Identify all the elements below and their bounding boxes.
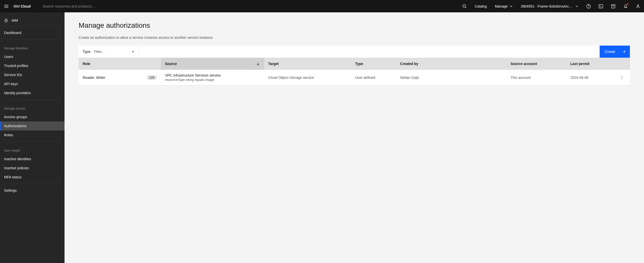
search-input[interactable]: [43, 4, 458, 8]
sidebar-section-manage-access: Manage access: [0, 102, 65, 112]
profile-button[interactable]: [632, 0, 644, 12]
page-description: Create an authorization to allow a servi…: [79, 36, 630, 40]
notifications-button[interactable]: [619, 0, 632, 12]
sidebar-item-inactive-identities[interactable]: Inactive identities: [0, 154, 65, 163]
create-button-label: Create: [605, 50, 615, 54]
sidebar-item-label: Dashboard: [4, 31, 21, 35]
sidebar-header: IAM: [0, 16, 65, 26]
svg-rect-13: [5, 20, 7, 22]
sidebar-item-label: Settings: [4, 188, 17, 192]
cost-icon: [611, 4, 616, 9]
catalog-label: Catalog: [475, 4, 487, 8]
manage-label: Manage: [495, 4, 508, 8]
user-icon: [635, 4, 640, 9]
sidebar-item-label: API keys: [4, 82, 18, 86]
sidebar-item-users[interactable]: Users: [0, 52, 65, 61]
catalog-link[interactable]: Catalog: [471, 0, 491, 12]
sidebar-divider: [4, 26, 60, 26]
column-label: Source: [165, 62, 177, 66]
help-button[interactable]: [582, 0, 595, 12]
sidebar-item-trusted-profiles[interactable]: Trusted profiles: [0, 61, 65, 70]
sidebar-item-mfa-status[interactable]: MFA status: [0, 173, 65, 182]
column-header-last-permit[interactable]: Last permit: [566, 58, 614, 70]
column-header-role[interactable]: Role: [79, 58, 161, 70]
sidebar-item-inactive-policies[interactable]: Inactive policies: [0, 163, 65, 173]
svg-point-19: [622, 78, 622, 79]
authorizations-table: Role Source Target Type Created by Sourc…: [79, 58, 630, 85]
table-row[interactable]: Reader, Writer 115 VPC Infrastructure Se…: [79, 70, 630, 85]
sidebar-section-manage-identities: Manage identities: [0, 42, 65, 52]
help-icon: [586, 4, 591, 9]
column-label: Role: [83, 62, 90, 66]
cost-button[interactable]: [607, 0, 619, 12]
svg-point-18: [622, 77, 622, 78]
table-toolbar: Type: Filter... Create: [79, 46, 630, 58]
column-label: Target: [268, 62, 279, 66]
column-header-source[interactable]: Source: [161, 58, 264, 70]
svg-rect-7: [599, 5, 603, 8]
account-switcher[interactable]: 2804951 - Frame-SolutionsArchite...: [517, 0, 582, 12]
chevron-down-icon: [575, 5, 578, 8]
sidebar-divider: [4, 100, 60, 100]
cell-last-permit: 2024-06-06: [570, 76, 589, 80]
hamburger-icon: [4, 4, 9, 9]
sidebar-item-label: Service IDs: [4, 73, 22, 77]
sidebar-section-gain-insight: Gain insight: [0, 144, 65, 154]
sidebar-divider: [4, 142, 60, 142]
create-button[interactable]: Create: [600, 46, 630, 58]
top-bar: IBM Cloud Catalog Manage 2804951 - Frame…: [0, 0, 644, 12]
svg-line-4: [465, 7, 466, 8]
svg-point-17: [622, 76, 622, 76]
brand-logo[interactable]: IBM Cloud: [12, 4, 39, 8]
sidebar-item-label: Authorizations: [4, 124, 26, 128]
brand-prefix: IBM: [13, 4, 21, 8]
sidebar-item-label: Inactive identities: [4, 157, 31, 161]
sidebar-item-api-keys[interactable]: API keys: [0, 79, 65, 88]
plus-icon: [622, 50, 626, 54]
sidebar-item-access-groups[interactable]: Access groups: [0, 112, 65, 121]
sidebar-item-roles[interactable]: Roles: [0, 130, 65, 140]
column-header-target[interactable]: Target: [264, 58, 351, 70]
sidebar-item-label: Users: [4, 55, 13, 59]
arrow-down-icon: [256, 62, 260, 66]
filter-label: Type:: [83, 50, 91, 54]
sidebar: IAM Dashboard Manage identities Users Tr…: [0, 12, 65, 263]
chevron-down-icon: [510, 5, 513, 8]
type-filter[interactable]: Type: Filter...: [79, 46, 139, 58]
account-label: 2804951 - Frame-SolutionsArchite...: [521, 4, 573, 8]
main-content: Manage authorizations Create an authoriz…: [65, 12, 644, 263]
column-label: Type: [355, 62, 363, 66]
lock-icon: [4, 18, 8, 22]
column-header-source-account[interactable]: Source account: [507, 58, 566, 70]
column-header-type[interactable]: Type: [351, 58, 396, 70]
manage-dropdown[interactable]: Manage: [491, 0, 517, 12]
search-button[interactable]: [458, 0, 471, 12]
sidebar-item-label: MFA status: [4, 175, 21, 179]
sidebar-header-label: IAM: [12, 18, 18, 22]
overflow-icon: [620, 76, 624, 80]
sidebar-item-label: Access groups: [4, 115, 27, 119]
sidebar-divider: [4, 39, 60, 40]
svg-point-3: [463, 5, 466, 7]
terminal-icon: [598, 4, 603, 9]
column-header-created-by[interactable]: Created by: [396, 58, 507, 70]
sidebar-item-label: Inactive policies: [4, 166, 29, 170]
row-overflow-button[interactable]: [618, 74, 626, 82]
sidebar-item-authorizations[interactable]: Authorizations: [0, 121, 65, 130]
svg-point-12: [637, 5, 639, 6]
sidebar-item-label: Trusted profiles: [4, 64, 28, 68]
column-label: Created by: [400, 62, 418, 66]
sidebar-item-identity-providers[interactable]: Identity providers: [0, 88, 65, 97]
sidebar-item-settings[interactable]: Settings: [0, 186, 65, 195]
chevron-down-icon: [131, 50, 135, 53]
svg-rect-9: [611, 5, 615, 8]
sidebar-item-service-ids[interactable]: Service IDs: [0, 70, 65, 79]
svg-point-6: [588, 7, 589, 8]
cell-target: Cloud Object Storage service: [268, 76, 314, 80]
shell-button[interactable]: [595, 0, 607, 12]
count-badge: 115: [147, 75, 157, 80]
sidebar-item-label: Identity providers: [4, 91, 31, 95]
sidebar-item-dashboard[interactable]: Dashboard: [0, 28, 65, 37]
menu-button[interactable]: [0, 0, 12, 12]
cell-type: User defined: [355, 76, 375, 80]
